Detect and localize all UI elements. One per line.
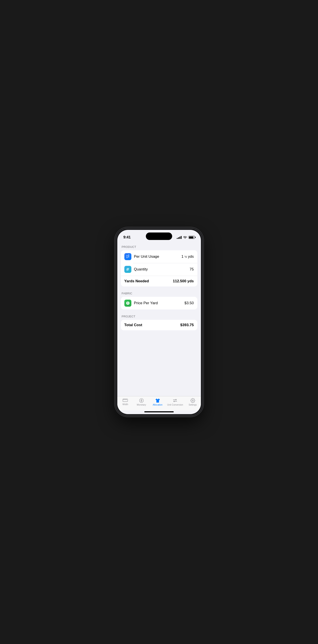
price-per-yard-icon [124,300,131,307]
total-cost-value: $393.75 [180,323,194,327]
section-product: PRODUCT Per Unit Usage 1 ½ yds [121,245,198,286]
status-icons [177,236,195,239]
section-fabric: FABRIC Price Per Yard $3.50 [121,292,198,310]
signal-bars-icon [177,236,182,239]
battery-icon [188,236,195,239]
main-content: PRODUCT Per Unit Usage 1 ½ yds [117,242,201,396]
section-project: PROJECT Total Cost $393.75 [121,315,198,330]
signal-bar-1 [177,238,178,239]
row-quantity[interactable]: Quantity 75 [121,263,198,276]
arrows-updown-icon [126,255,130,258]
battery-fill [189,236,194,238]
card-product: Per Unit Usage 1 ½ yds Quantity 75 [121,250,198,286]
wifi-icon [183,236,187,239]
card-project: Total Cost $393.75 [121,320,198,330]
signal-bar-4 [181,236,182,239]
home-indicator [144,411,174,412]
total-cost-label: Total Cost [124,323,142,327]
hash-icon [126,268,130,271]
dollar-icon [126,301,130,305]
section-label-product: PRODUCT [121,245,198,248]
tab-allocation[interactable]: Allocation [151,398,164,406]
tab-settings[interactable]: Settings [186,398,199,406]
price-per-yard-value: $3.50 [184,301,194,305]
price-per-yard-label: Price Per Yard [134,301,184,305]
per-unit-usage-label: Per Unit Usage [134,254,182,259]
svg-point-7 [192,400,194,401]
dollar-circle-icon [139,398,144,403]
tab-monetary[interactable]: Monetary [135,398,148,406]
per-unit-usage-value: 1 ½ yds [181,254,194,259]
tshirt-icon [155,398,160,403]
row-yards-needed: Yards Needed 112.500 yds [121,276,198,286]
tab-bar: Width Monetary Allocation [117,396,201,410]
phone-frame: 9:41 PRODUCT [116,228,202,416]
card-fabric: Price Per Yard $3.50 [121,297,198,310]
tab-width[interactable]: Width [119,398,132,406]
signal-bar-3 [180,237,180,239]
tab-unit-conversion-label: Unit Conversion [167,404,183,406]
phone-screen: 9:41 PRODUCT [117,230,201,414]
status-time: 9:41 [124,235,131,240]
section-label-fabric: FABRIC [121,292,198,295]
section-label-project: PROJECT [121,315,198,318]
row-per-unit-usage[interactable]: Per Unit Usage 1 ½ yds [121,250,198,263]
tab-settings-label: Settings [188,404,197,406]
tab-unit-conversion[interactable]: Unit Conversion [167,398,183,406]
arrows-swap-icon [172,398,178,403]
yards-needed-value: 112.500 yds [173,279,194,284]
row-total-cost: Total Cost $393.75 [121,320,198,330]
quantity-icon [124,266,131,273]
quantity-value: 75 [190,267,194,272]
signal-bar-2 [178,237,179,239]
tab-monetary-label: Monetary [137,404,146,406]
quantity-label: Quantity [134,267,190,272]
per-unit-usage-icon [124,253,131,260]
tab-width-label: Width [122,403,128,406]
gear-icon [190,398,195,403]
tab-allocation-label: Allocation [153,404,162,406]
dynamic-island [146,232,172,240]
row-price-per-yard[interactable]: Price Per Yard $3.50 [121,297,198,310]
yards-needed-label: Yards Needed [124,279,149,284]
ruler-icon [122,398,128,402]
